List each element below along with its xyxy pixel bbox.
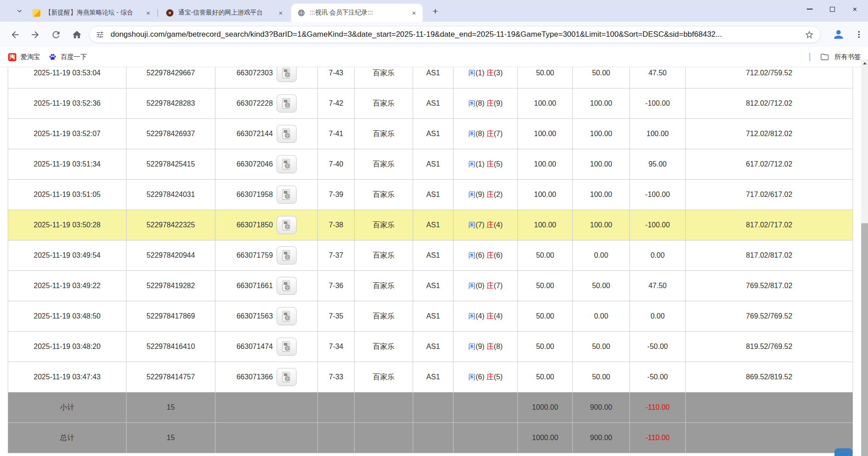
game-id: 663071563 [215,301,318,332]
tab-close-icon[interactable]: × [410,9,418,17]
balance: 712.02/759.52 [686,67,853,88]
bet-time: 2025-11-19 03:49:22 [8,271,127,301]
game-type: 百家乐 [355,210,413,240]
tab-search-button[interactable] [14,5,25,17]
valid-amount: 0.00 [573,240,630,271]
bet-record-row[interactable]: 2025-11-19 03:52:07522978426937663072144… [8,119,853,149]
bookmark-star-icon[interactable] [805,30,814,39]
balance: 712.02/812.02 [686,119,853,149]
balance: 817.02/817.02 [686,240,853,271]
new-tab-button[interactable]: + [430,6,441,17]
maximize-button[interactable] [821,0,844,18]
game-result: 闲(8) 庄(7) [454,119,518,149]
bet-time: 2025-11-19 03:49:54 [8,240,127,271]
win-loss: 47.50 [630,271,686,301]
bet-record-row[interactable]: 2025-11-19 03:52:36522978428283663072228… [8,88,853,119]
taobao-icon: 淘 [8,53,16,61]
win-loss: -50.00 [630,332,686,362]
profile-avatar-icon[interactable] [831,27,846,42]
bet-time: 2025-11-19 03:47:43 [8,362,127,392]
valid-amount: 50.00 [573,271,630,301]
round-number: 7-35 [318,301,355,332]
tab-close-icon[interactable]: × [144,9,152,17]
bet-id: 522978426937 [127,119,215,149]
note-icon [33,9,40,17]
browser-tab-forum[interactable]: 【新提醒】海燕策略论坛 - 综合 × [26,4,157,22]
bet-record-row[interactable]: 2025-11-19 03:49:54522978420944663071759… [8,240,853,271]
casino-badge-icon [166,9,174,17]
replay-video-button[interactable] [277,67,297,82]
game-id: 663071366 [215,362,318,392]
film-reel-icon [280,310,293,323]
game-id: 663071850 [215,210,318,240]
bet-id: 522978414757 [127,362,215,392]
game-id: 663071661 [215,271,318,301]
bet-amount: 50.00 [518,67,573,88]
game-type: 百家乐 [355,119,413,149]
win-loss: -100.00 [630,210,686,240]
address-bar[interactable]: dongshouji.com/game/betrecord_search/kin… [89,26,821,43]
bet-record-row[interactable]: 2025-11-19 03:48:20522978416410663071474… [8,332,853,362]
tab-close-icon[interactable]: × [277,9,285,17]
tab-strip: 【新提醒】海燕策略论坛 - 综合 × 通宝-信誉最好的网上游戏平台 × :::视… [0,0,868,22]
replay-video-button[interactable] [277,216,297,234]
maximize-icon [830,7,835,12]
round-number: 7-38 [318,210,355,240]
bet-time: 2025-11-19 03:48:50 [8,301,127,332]
window-controls: × [798,0,866,18]
minimize-icon [807,9,813,10]
bet-record-row[interactable]: 2025-11-19 03:48:50522978417869663071563… [8,301,853,332]
replay-video-button[interactable] [277,125,297,143]
bet-record-row[interactable]: 2025-11-19 03:49:22522978419282663071661… [8,271,853,301]
scrollbar-thumb[interactable] [861,223,868,456]
bookmark-taobao[interactable]: 淘 爱淘宝 [8,53,40,61]
replay-video-button[interactable] [277,155,297,173]
browser-tab-bet-records-active[interactable]: :::视讯 会员下注纪录::: × [291,4,423,22]
bet-record-row[interactable]: 2025-11-19 03:51:34522978425415663072046… [8,149,853,180]
bet-id: 522978416410 [127,332,215,362]
tune-icon[interactable] [96,30,104,39]
summary-label: 小计 [8,392,127,423]
vertical-scrollbar[interactable] [861,59,868,456]
game-id: 663071759 [215,240,318,271]
bet-record-row[interactable]: 2025-11-19 03:50:28522978422325663071850… [8,210,853,240]
scroll-up-arrow-icon[interactable] [861,59,868,68]
replay-video-button[interactable] [277,368,297,386]
close-button[interactable]: × [844,0,866,18]
game-result: 闲(9) 庄(2) [454,180,518,210]
folder-icon [820,53,829,61]
bookmark-baidu[interactable]: 百度一下 [49,53,87,61]
table-name: AS1 [413,180,454,210]
summary-win-loss-total: -110.00 [630,392,686,423]
table-name: AS1 [413,67,454,88]
bet-amount: 50.00 [518,240,573,271]
bet-record-row[interactable]: 2025-11-19 03:47:43522978414757663071366… [8,362,853,392]
bet-record-row[interactable]: 2025-11-19 03:51:05522978424031663071958… [8,180,853,210]
home-button[interactable] [69,27,84,42]
browser-tab-tongbao[interactable]: 通宝-信誉最好的网上游戏平台 × [160,4,289,22]
all-bookmarks[interactable]: 所有书签 [809,47,861,67]
round-number: 7-37 [318,240,355,271]
reload-button[interactable] [48,27,63,42]
summary-valid-total: 900.00 [573,423,630,453]
game-id: 663072144 [215,119,318,149]
replay-video-button[interactable] [277,94,297,113]
reload-icon [51,29,61,40]
replay-video-button[interactable] [277,186,297,204]
minimize-button[interactable] [798,0,821,18]
replay-video-button[interactable] [277,307,297,325]
replay-video-button[interactable] [277,277,297,295]
forward-button[interactable] [27,27,43,42]
bet-time: 2025-11-19 03:48:20 [8,332,127,362]
table-name: AS1 [413,240,454,271]
replay-video-button[interactable] [277,246,297,265]
valid-amount: 100.00 [573,210,630,240]
valid-amount: 100.00 [573,119,630,149]
browser-menu-button[interactable] [852,27,866,42]
back-button[interactable] [7,27,23,42]
bet-amount: 100.00 [518,119,573,149]
bet-record-row[interactable]: 2025-11-19 03:53:04522978429667663072303… [8,67,853,88]
bet-amount: 50.00 [518,362,573,392]
replay-video-button[interactable] [277,338,297,356]
scroll-to-top-button[interactable]: ▲ [834,448,853,456]
